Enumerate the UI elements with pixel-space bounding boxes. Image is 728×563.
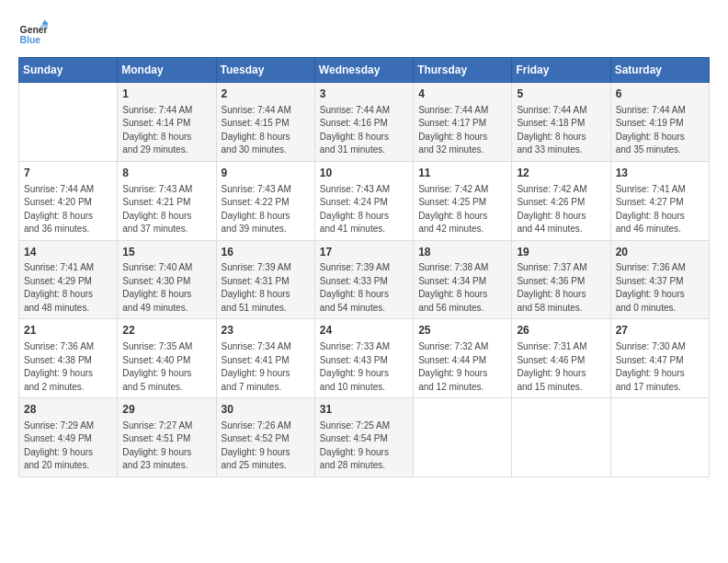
cell-content: Sunrise: 7:40 AM Sunset: 4:30 PM Dayligh… <box>122 261 210 315</box>
calendar-cell <box>414 398 512 477</box>
calendar-cell: 24Sunrise: 7:33 AM Sunset: 4:43 PM Dayli… <box>314 319 413 398</box>
calendar-cell: 27Sunrise: 7:30 AM Sunset: 4:47 PM Dayli… <box>610 319 709 398</box>
day-number: 11 <box>418 166 506 181</box>
weekday-header-sunday: Sunday <box>19 58 118 83</box>
calendar-cell: 30Sunrise: 7:26 AM Sunset: 4:52 PM Dayli… <box>216 398 314 477</box>
cell-content: Sunrise: 7:36 AM Sunset: 4:38 PM Dayligh… <box>24 340 112 394</box>
cell-content: Sunrise: 7:34 AM Sunset: 4:41 PM Dayligh… <box>222 340 310 394</box>
day-number: 13 <box>616 166 704 181</box>
cell-content: Sunrise: 7:31 AM Sunset: 4:46 PM Dayligh… <box>517 340 605 394</box>
calendar-cell: 25Sunrise: 7:32 AM Sunset: 4:44 PM Dayli… <box>414 319 512 398</box>
calendar-cell: 13Sunrise: 7:41 AM Sunset: 4:27 PM Dayli… <box>610 161 709 240</box>
cell-content: Sunrise: 7:44 AM Sunset: 4:19 PM Dayligh… <box>616 104 704 157</box>
day-number: 20 <box>616 245 704 260</box>
calendar-cell: 4Sunrise: 7:44 AM Sunset: 4:17 PM Daylig… <box>414 83 512 162</box>
calendar-cell: 17Sunrise: 7:39 AM Sunset: 4:33 PM Dayli… <box>314 240 413 319</box>
calendar-cell <box>610 398 709 477</box>
cell-content: Sunrise: 7:44 AM Sunset: 4:18 PM Dayligh… <box>517 104 605 157</box>
day-number: 28 <box>24 402 112 418</box>
calendar-cell: 5Sunrise: 7:44 AM Sunset: 4:18 PM Daylig… <box>512 83 610 162</box>
cell-content: Sunrise: 7:41 AM Sunset: 4:27 PM Dayligh… <box>616 183 704 236</box>
calendar-cell: 15Sunrise: 7:40 AM Sunset: 4:30 PM Dayli… <box>118 240 216 319</box>
cell-content: Sunrise: 7:39 AM Sunset: 4:31 PM Dayligh… <box>222 261 310 315</box>
calendar-cell: 28Sunrise: 7:29 AM Sunset: 4:49 PM Dayli… <box>19 398 118 477</box>
calendar-cell: 10Sunrise: 7:43 AM Sunset: 4:24 PM Dayli… <box>314 161 413 240</box>
day-number: 24 <box>320 323 408 339</box>
weekday-header-saturday: Saturday <box>610 58 709 83</box>
calendar-week-row: 28Sunrise: 7:29 AM Sunset: 4:49 PM Dayli… <box>19 398 710 477</box>
day-number: 2 <box>222 86 310 102</box>
calendar-body: 1Sunrise: 7:44 AM Sunset: 4:14 PM Daylig… <box>19 83 710 477</box>
day-number: 3 <box>320 86 408 102</box>
day-number: 9 <box>222 166 310 181</box>
day-number: 1 <box>122 86 210 102</box>
logo-icon: General Blue <box>18 18 48 48</box>
cell-content: Sunrise: 7:29 AM Sunset: 4:49 PM Dayligh… <box>24 419 112 473</box>
calendar-cell: 23Sunrise: 7:34 AM Sunset: 4:41 PM Dayli… <box>216 319 314 398</box>
calendar-cell: 1Sunrise: 7:44 AM Sunset: 4:14 PM Daylig… <box>118 83 216 162</box>
calendar-cell: 26Sunrise: 7:31 AM Sunset: 4:46 PM Dayli… <box>512 319 610 398</box>
calendar-cell: 6Sunrise: 7:44 AM Sunset: 4:19 PM Daylig… <box>610 83 709 162</box>
calendar-cell: 16Sunrise: 7:39 AM Sunset: 4:31 PM Dayli… <box>216 240 314 319</box>
day-number: 22 <box>122 323 210 339</box>
cell-content: Sunrise: 7:43 AM Sunset: 4:24 PM Dayligh… <box>320 183 408 236</box>
calendar-cell <box>19 83 118 162</box>
calendar-cell: 9Sunrise: 7:43 AM Sunset: 4:22 PM Daylig… <box>216 161 314 240</box>
day-number: 10 <box>320 166 408 181</box>
calendar-cell: 18Sunrise: 7:38 AM Sunset: 4:34 PM Dayli… <box>414 240 512 319</box>
calendar-table: SundayMondayTuesdayWednesdayThursdayFrid… <box>18 57 710 477</box>
calendar-header: SundayMondayTuesdayWednesdayThursdayFrid… <box>19 58 710 83</box>
day-number: 26 <box>517 323 605 339</box>
day-number: 21 <box>24 323 112 339</box>
calendar-cell: 7Sunrise: 7:44 AM Sunset: 4:20 PM Daylig… <box>19 161 118 240</box>
day-number: 7 <box>24 166 112 181</box>
calendar-cell: 12Sunrise: 7:42 AM Sunset: 4:26 PM Dayli… <box>512 161 610 240</box>
logo: General Blue <box>18 18 48 48</box>
calendar-cell: 2Sunrise: 7:44 AM Sunset: 4:15 PM Daylig… <box>216 83 314 162</box>
day-number: 19 <box>517 245 605 260</box>
calendar-cell: 14Sunrise: 7:41 AM Sunset: 4:29 PM Dayli… <box>19 240 118 319</box>
weekday-header-tuesday: Tuesday <box>216 58 314 83</box>
calendar-week-row: 21Sunrise: 7:36 AM Sunset: 4:38 PM Dayli… <box>19 319 710 398</box>
day-number: 4 <box>418 86 506 102</box>
cell-content: Sunrise: 7:30 AM Sunset: 4:47 PM Dayligh… <box>616 340 704 394</box>
day-number: 23 <box>222 323 310 339</box>
cell-content: Sunrise: 7:44 AM Sunset: 4:15 PM Dayligh… <box>222 104 310 157</box>
calendar-cell: 8Sunrise: 7:43 AM Sunset: 4:21 PM Daylig… <box>118 161 216 240</box>
cell-content: Sunrise: 7:26 AM Sunset: 4:52 PM Dayligh… <box>222 419 310 473</box>
weekday-header-row: SundayMondayTuesdayWednesdayThursdayFrid… <box>19 58 710 83</box>
cell-content: Sunrise: 7:43 AM Sunset: 4:21 PM Dayligh… <box>122 183 210 236</box>
weekday-header-thursday: Thursday <box>414 58 512 83</box>
cell-content: Sunrise: 7:44 AM Sunset: 4:16 PM Dayligh… <box>320 104 408 157</box>
cell-content: Sunrise: 7:43 AM Sunset: 4:22 PM Dayligh… <box>222 183 310 236</box>
day-number: 6 <box>616 86 704 102</box>
cell-content: Sunrise: 7:44 AM Sunset: 4:14 PM Dayligh… <box>122 104 210 157</box>
calendar-cell: 3Sunrise: 7:44 AM Sunset: 4:16 PM Daylig… <box>314 83 413 162</box>
day-number: 31 <box>320 402 408 418</box>
cell-content: Sunrise: 7:42 AM Sunset: 4:26 PM Dayligh… <box>517 183 605 236</box>
cell-content: Sunrise: 7:41 AM Sunset: 4:29 PM Dayligh… <box>24 261 112 315</box>
svg-text:Blue: Blue <box>20 35 41 45</box>
calendar-cell <box>512 398 610 477</box>
cell-content: Sunrise: 7:25 AM Sunset: 4:54 PM Dayligh… <box>320 419 408 473</box>
calendar-cell: 22Sunrise: 7:35 AM Sunset: 4:40 PM Dayli… <box>118 319 216 398</box>
page-header: General Blue <box>18 18 710 48</box>
day-number: 18 <box>418 245 506 260</box>
cell-content: Sunrise: 7:33 AM Sunset: 4:43 PM Dayligh… <box>320 340 408 394</box>
day-number: 8 <box>122 166 210 181</box>
cell-content: Sunrise: 7:37 AM Sunset: 4:36 PM Dayligh… <box>517 261 605 315</box>
calendar-cell: 21Sunrise: 7:36 AM Sunset: 4:38 PM Dayli… <box>19 319 118 398</box>
weekday-header-wednesday: Wednesday <box>314 58 413 83</box>
cell-content: Sunrise: 7:35 AM Sunset: 4:40 PM Dayligh… <box>122 340 210 394</box>
cell-content: Sunrise: 7:32 AM Sunset: 4:44 PM Dayligh… <box>418 340 506 394</box>
day-number: 30 <box>222 402 310 418</box>
day-number: 16 <box>222 245 310 260</box>
calendar-cell: 19Sunrise: 7:37 AM Sunset: 4:36 PM Dayli… <box>512 240 610 319</box>
cell-content: Sunrise: 7:38 AM Sunset: 4:34 PM Dayligh… <box>418 261 506 315</box>
cell-content: Sunrise: 7:42 AM Sunset: 4:25 PM Dayligh… <box>418 183 506 236</box>
calendar-week-row: 14Sunrise: 7:41 AM Sunset: 4:29 PM Dayli… <box>19 240 710 319</box>
cell-content: Sunrise: 7:44 AM Sunset: 4:17 PM Dayligh… <box>418 104 506 157</box>
cell-content: Sunrise: 7:39 AM Sunset: 4:33 PM Dayligh… <box>320 261 408 315</box>
cell-content: Sunrise: 7:27 AM Sunset: 4:51 PM Dayligh… <box>122 419 210 473</box>
weekday-header-friday: Friday <box>512 58 610 83</box>
